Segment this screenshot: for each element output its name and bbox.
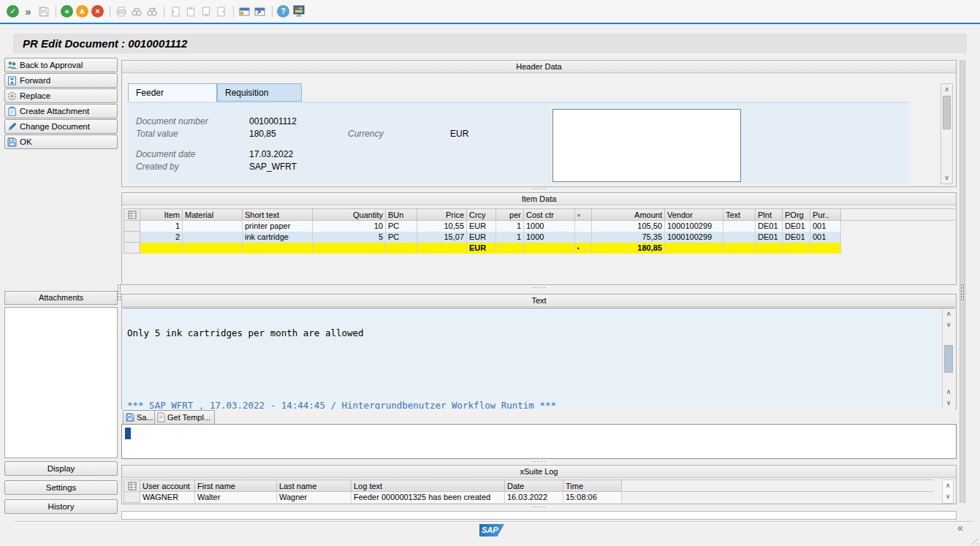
change-document-button[interactable]: Change Document	[4, 119, 118, 134]
xsuite-scrollbar[interactable]: ∧ ∨	[942, 479, 954, 504]
scroll-up-icon[interactable]: ∧	[943, 308, 954, 319]
back-to-approval-button[interactable]: Back to Approval	[4, 58, 118, 72]
cell-date[interactable]: 16.03.2022	[505, 492, 563, 503]
cell-vendor[interactable]: 1000100299	[665, 221, 723, 232]
col-material[interactable]: Material	[183, 209, 243, 221]
splitter-handle[interactable]: ·····	[121, 187, 957, 192]
cell-vendor[interactable]: 1000100299	[665, 232, 723, 243]
scroll-down-icon[interactable]: ∨	[941, 172, 952, 183]
cell-first-name[interactable]: Walter	[195, 492, 277, 503]
cell-plnt[interactable]: DE01	[756, 221, 783, 232]
col-bun[interactable]: BUn	[386, 209, 417, 221]
col-date[interactable]: Date	[505, 480, 563, 492]
cell-per[interactable]: 1	[496, 221, 524, 232]
cell-bun[interactable]: PC	[386, 232, 417, 243]
cell-text[interactable]	[723, 221, 756, 232]
save-icon[interactable]	[37, 4, 50, 18]
cell-short-text[interactable]: ink cartridge	[243, 232, 313, 243]
more-commands-icon[interactable]: »	[21, 4, 35, 18]
col-user-account[interactable]: User account	[140, 480, 195, 492]
item-row-1[interactable]: 1 printer paper 10 PC 10,55 EUR 1 1000 1…	[124, 221, 956, 232]
scroll-down-icon[interactable]: ∨	[943, 491, 953, 502]
col-per[interactable]: per	[496, 209, 524, 221]
save-text-button[interactable]: Sa...	[123, 410, 158, 424]
col-cost-ctr[interactable]: Cost ctr	[524, 209, 575, 221]
scrollbar-thumb[interactable]	[944, 345, 953, 373]
col-short-text[interactable]: Short text	[243, 209, 313, 221]
right-splitter-grip[interactable]	[960, 284, 965, 301]
row-selector[interactable]	[124, 232, 140, 243]
col-amount[interactable]: Amount	[592, 209, 665, 221]
splitter-handle[interactable]: ·····	[121, 286, 957, 291]
scroll-up-icon[interactable]: ∧	[943, 480, 953, 491]
cell-item[interactable]: 1	[140, 221, 183, 232]
col-pur[interactable]: Pur..	[810, 209, 841, 221]
scroll-up-icon[interactable]: ∧	[941, 84, 952, 95]
cell-pur[interactable]: 001	[810, 221, 841, 232]
attachments-panel[interactable]	[4, 307, 118, 458]
ok-button[interactable]: OK	[4, 134, 118, 149]
create-shortcut-icon[interactable]	[253, 4, 267, 18]
find-icon[interactable]	[129, 4, 143, 18]
cell-quantity[interactable]: 10	[313, 221, 386, 232]
select-all-icon[interactable]	[124, 480, 140, 492]
cell-per[interactable]: 1	[496, 232, 524, 243]
cell-flag[interactable]	[575, 232, 592, 243]
text-log-area[interactable]: Only 5 ink cartridges per month are allo…	[123, 308, 955, 409]
tab-requisition[interactable]: Requisition	[217, 83, 302, 102]
scrollbar-thumb[interactable]	[943, 96, 951, 129]
col-first-name[interactable]: First name	[195, 480, 277, 492]
history-button[interactable]: History	[4, 499, 118, 514]
cancel-icon[interactable]: ×	[91, 4, 105, 18]
print-icon[interactable]	[114, 4, 128, 18]
scroll-down-icon[interactable]: ∨	[943, 398, 954, 409]
splitter-handle[interactable]: ·····	[121, 460, 957, 465]
first-page-icon[interactable]	[168, 4, 182, 18]
collapse-chevrons-icon[interactable]: «	[957, 522, 963, 534]
cell-material[interactable]	[183, 221, 243, 232]
create-attachment-button[interactable]: Create Attachment	[4, 104, 118, 118]
cell-text[interactable]	[723, 232, 756, 243]
col-item[interactable]: Item	[140, 209, 183, 221]
new-text-input[interactable]	[121, 424, 957, 459]
cell-amount[interactable]: 105,50	[592, 221, 665, 232]
cell-log-text[interactable]: Feeder 0000001325 has been created	[352, 492, 505, 503]
header-memo-box[interactable]	[552, 109, 741, 182]
scroll-down-icon[interactable]: ∨	[943, 319, 954, 330]
cell-price[interactable]: 10,55	[417, 221, 467, 232]
forward-button[interactable]: Forward	[4, 73, 118, 88]
tab-feeder[interactable]: Feeder	[128, 83, 217, 102]
cell-crcy[interactable]: EUR	[467, 232, 496, 243]
find-next-icon[interactable]	[145, 4, 159, 18]
window-resize-grip[interactable]	[969, 536, 978, 545]
settings-button[interactable]: Settings	[4, 480, 118, 495]
col-porg[interactable]: POrg	[783, 209, 810, 221]
header-data-scrollbar[interactable]: ∧ ∨	[941, 83, 953, 184]
cell-user-account[interactable]: WAGNER	[140, 492, 195, 503]
last-page-icon[interactable]	[214, 4, 228, 18]
col-quantity[interactable]: Quantity	[313, 209, 386, 221]
row-selector[interactable]	[124, 221, 140, 232]
previous-page-icon[interactable]	[183, 4, 197, 18]
cell-price[interactable]: 15,07	[417, 232, 467, 243]
row-selector[interactable]	[124, 243, 140, 254]
text-scrollbar[interactable]: ∧ ∨ ∧ ∨	[942, 308, 954, 409]
col-flag[interactable]: ▫	[575, 209, 592, 221]
display-button[interactable]: Display	[4, 461, 118, 476]
cell-short-text[interactable]: printer paper	[243, 221, 313, 232]
xsuite-log-row[interactable]: WAGNER Walter Wagner Feeder 0000001325 h…	[124, 492, 934, 503]
cell-last-name[interactable]: Wagner	[277, 492, 352, 503]
exit-icon[interactable]: ∧	[75, 4, 89, 18]
cell-crcy[interactable]: EUR	[467, 221, 496, 232]
col-crcy[interactable]: Crcy	[467, 209, 496, 221]
col-text[interactable]: Text	[723, 209, 756, 221]
item-row-2[interactable]: 2 ink cartridge 5 PC 15,07 EUR 1 1000 75…	[124, 232, 956, 243]
row-selector[interactable]	[124, 492, 140, 503]
customize-layout-icon[interactable]	[292, 4, 305, 18]
help-icon[interactable]: ?	[276, 4, 290, 18]
continue-icon[interactable]: ✓	[6, 4, 20, 18]
cell-time[interactable]: 15:08:06	[563, 492, 622, 503]
cell-material[interactable]	[183, 232, 243, 243]
back-icon[interactable]: «	[60, 4, 74, 18]
cell-flag[interactable]	[575, 221, 592, 232]
